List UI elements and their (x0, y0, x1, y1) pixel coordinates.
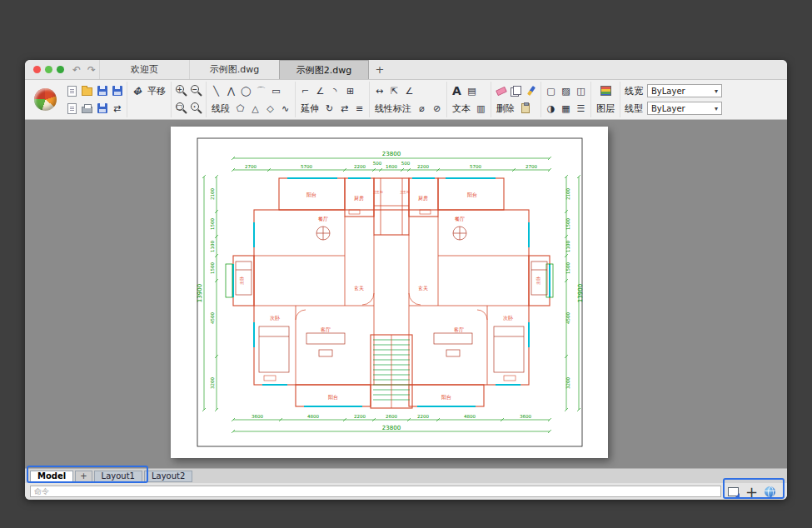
add-layout-button[interactable]: + (75, 471, 92, 482)
pan-button[interactable]: 平移 (145, 85, 168, 97)
dim-label: 23800 (382, 425, 401, 431)
extend-button[interactable]: 延伸 (298, 102, 321, 115)
dim-label: 3200 (210, 377, 215, 389)
text-tool-icon[interactable]: A (450, 84, 464, 98)
layout1-tab[interactable]: Layout1 (94, 471, 142, 482)
room-labels: 阳台 阳台 厨房 厨房 卫生间 卫生间 餐厅 餐厅 玄关 玄关 客厅 客厅 主卧… (239, 190, 541, 401)
line-tool-icon[interactable]: ╲ (209, 84, 223, 98)
grid-icon[interactable]: ▦ (559, 102, 573, 116)
crosshair-icon[interactable]: + (745, 486, 758, 497)
command-bar: + (25, 483, 787, 500)
spline-tool-icon[interactable]: ∿ (278, 102, 292, 116)
offset-icon[interactable]: ≡ (352, 102, 366, 116)
new-tab-button[interactable]: + (369, 60, 391, 79)
room-label: 卫生间 (400, 190, 410, 194)
dimension-labels: 23800 2700 5700 2200 500 1600 500 2200 5… (197, 151, 584, 431)
tab-label: 欢迎页 (131, 63, 158, 76)
dim-label: 13900 (577, 284, 584, 302)
toolbar-group-logo (28, 82, 62, 117)
minimize-window-button[interactable] (45, 66, 52, 73)
line-button[interactable]: 线段 (209, 102, 232, 115)
command-input[interactable] (30, 486, 721, 497)
polygon-tool-icon[interactable]: ⬠ (233, 102, 247, 116)
room-label: 客厅 (454, 326, 464, 333)
close-window-button[interactable] (33, 66, 41, 73)
polyline-tool-icon[interactable]: ⋀ (224, 84, 238, 98)
linear-dim-icon[interactable]: ↔ (372, 84, 386, 98)
tab-drawing-2-active[interactable]: 示例图2.dwg (279, 60, 369, 79)
match-properties-icon[interactable] (524, 84, 538, 98)
dim-label: 1500 (210, 262, 215, 274)
copy-icon[interactable] (509, 84, 523, 98)
room-label: 阳台 (441, 394, 451, 401)
ellipse-tool-icon[interactable]: ◇ (263, 102, 277, 116)
room-label: 主卧 (239, 276, 244, 285)
zoom-extents-icon[interactable]: □ (174, 102, 188, 116)
undo-icon[interactable]: ↶ (69, 60, 84, 79)
room-label: 餐厅 (455, 216, 465, 222)
tab-drawing-1[interactable]: 示例图.dwg (189, 60, 279, 79)
dim-label: 2200 (354, 164, 366, 169)
array-icon[interactable]: ⊞ (343, 84, 357, 98)
block-icon[interactable]: ◫ (574, 84, 588, 98)
window-controls (25, 60, 69, 79)
open-file-icon[interactable] (80, 84, 94, 98)
hatch-icon[interactable]: ▨ (559, 84, 573, 98)
region-icon[interactable]: ▢ (544, 84, 558, 98)
table-icon[interactable]: ▤ (465, 84, 479, 98)
pan-icon[interactable] (130, 84, 144, 98)
room-label: 玄关 (354, 285, 364, 291)
fillet-icon[interactable]: ◝ (328, 84, 342, 98)
circle-tool-icon[interactable]: ◯ (239, 84, 253, 98)
gradient-icon[interactable]: ◑ (544, 102, 558, 116)
triangle-tool-icon[interactable]: △ (248, 102, 262, 116)
cad-app-window: ↶ ↷ 欢迎页 示例图.dwg 示例图2.dwg + (25, 60, 787, 500)
field-icon[interactable]: ▥ (474, 102, 488, 116)
maximize-window-button[interactable] (57, 66, 64, 73)
export-icon[interactable] (95, 102, 109, 116)
new-from-template-icon[interactable] (65, 102, 79, 116)
rotate-icon[interactable]: ↻ (322, 102, 336, 116)
angular-dim-icon[interactable]: ∠ (402, 84, 416, 98)
zoom-out-icon[interactable]: − (189, 84, 203, 98)
mirror-icon[interactable]: ⇄ (337, 102, 351, 116)
sync-icon[interactable]: ⇄ (110, 102, 124, 116)
text-button[interactable]: 文本 (450, 102, 473, 115)
linewidth-select[interactable]: ByLayer ▾ (647, 84, 722, 97)
save-icon[interactable] (95, 84, 109, 98)
globe-icon[interactable] (765, 486, 775, 497)
delete-button[interactable]: 删除 (494, 102, 517, 115)
preview-icon[interactable] (728, 487, 739, 496)
linear-dimension-button[interactable]: 线性标注 (372, 102, 414, 115)
statusbar-icons: + (728, 486, 775, 497)
room-label: 餐厅 (318, 216, 328, 222)
arc-tool-icon[interactable]: ⌒ (254, 84, 268, 98)
chamfer-icon[interactable]: ∠ (313, 84, 327, 98)
rectangle-tool-icon[interactable]: ▭ (269, 84, 283, 98)
trim-icon[interactable]: ⌐ (298, 84, 312, 98)
print-icon[interactable] (80, 102, 94, 116)
app-logo-icon[interactable] (34, 88, 57, 111)
chevron-down-icon: ▾ (715, 105, 718, 112)
main-toolbar: ⇄ 平移 + − □ · (25, 80, 787, 120)
layer-button[interactable]: 图层 (594, 102, 617, 115)
aligned-dim-icon[interactable]: ⇱ (387, 84, 401, 98)
tab-welcome[interactable]: 欢迎页 (99, 60, 189, 79)
new-file-icon[interactable] (65, 84, 79, 98)
layout2-tab[interactable]: Layout2 (144, 471, 192, 482)
drawing-canvas[interactable]: 23800 2700 5700 2200 500 1600 500 2200 5… (25, 120, 787, 468)
list-icon[interactable]: ☰ (574, 102, 588, 116)
zoom-window-icon[interactable]: · (189, 102, 203, 116)
linetype-select[interactable]: ByLayer ▾ (647, 102, 722, 115)
chevron-down-icon: ▾ (715, 87, 718, 95)
zoom-in-icon[interactable]: + (174, 84, 188, 98)
redo-icon[interactable]: ↷ (84, 60, 99, 79)
linewidth-label: 线宽 (625, 85, 643, 97)
diameter-dim-icon[interactable]: ⊘ (430, 102, 444, 116)
eraser-icon[interactable] (494, 84, 508, 98)
layers-icon[interactable] (599, 84, 613, 98)
paste-icon[interactable] (518, 102, 532, 116)
save-as-icon[interactable] (110, 84, 124, 98)
model-tab[interactable]: Model (30, 471, 73, 482)
radius-dim-icon[interactable]: ⌀ (415, 102, 429, 116)
